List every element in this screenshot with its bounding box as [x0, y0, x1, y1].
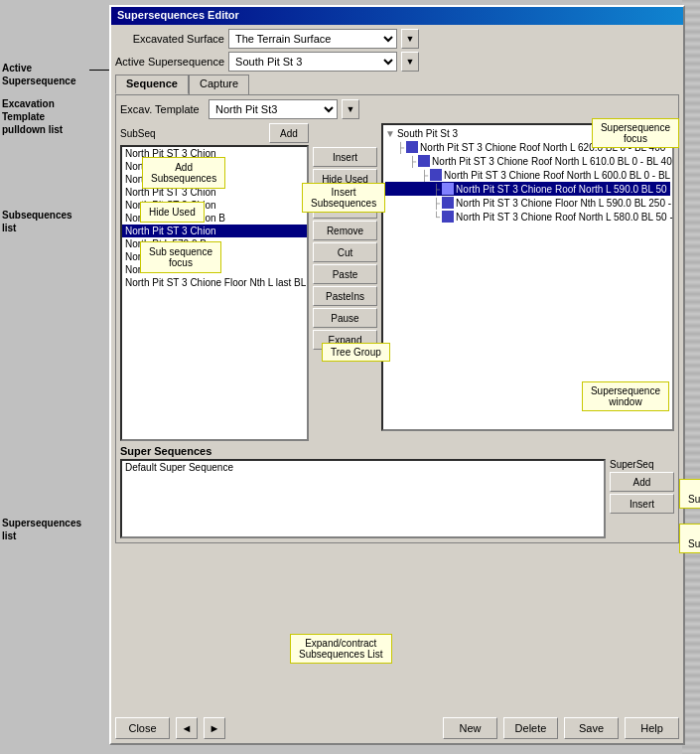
save-button[interactable]: Save [564, 717, 619, 739]
add-subsequences-popup: AddSubsequences [142, 157, 225, 189]
annotation-subsequences-list: Subsequenceslist [2, 209, 91, 234]
supersequence-window-callout: Supersequencewindow [582, 381, 669, 411]
tree-expand-icon: ▼ [385, 128, 395, 139]
button-column: Insert Hide Used Tree Remove Cut Paste P… [313, 123, 377, 441]
add-subseq-button[interactable]: Add [269, 123, 309, 143]
tree-item-icon [442, 211, 454, 223]
annotation-excavation: ExcavationTemplatepulldown list [2, 97, 91, 136]
insert-subsequences-callout: InsertSubsequences [302, 183, 385, 213]
main-window: Supersequences Editor Excavated Surface … [109, 5, 685, 745]
cut-button[interactable]: Cut [313, 242, 377, 262]
tree-root-label: South Pit St 3 [397, 128, 458, 139]
tree-item-icon [418, 155, 430, 167]
main-panels: SubSeq Add North Pit ST 3 Chion North Pi… [120, 123, 674, 441]
excav-template-row: Excav. Template North Pit St3 ▼ [120, 99, 674, 119]
remove-button[interactable]: Remove [313, 221, 377, 240]
subsequence-focus-popup: Sub sequencefocus [140, 241, 221, 273]
insert-supersequences-callout: InsertSupersequences [679, 524, 700, 553]
excavated-surface-label: Excavated Surface [115, 33, 224, 45]
super-sequence-item[interactable]: Default Super Sequence [122, 461, 604, 474]
list-item-selected[interactable]: North Pit ST 3 Chion [122, 225, 307, 237]
pause-button[interactable]: Pause [313, 308, 377, 328]
active-supersequence-dropdown[interactable]: South Pit St 3 [228, 52, 397, 72]
hide-used-popup: Hide Used [140, 202, 205, 223]
super-list-container: Default Super Sequence [120, 459, 606, 538]
tree-item-icon [442, 183, 454, 195]
excavated-surface-dropdown[interactable]: The Terrain Surface [228, 29, 397, 49]
list-item[interactable]: North Pit ST 3 Chione Floor Nth L last B… [122, 276, 307, 289]
tree-item-selected[interactable]: ├ North Pit ST 3 Chione Roof North L 590… [385, 182, 670, 196]
insert-super-seq-button[interactable]: Insert [610, 494, 674, 514]
help-button[interactable]: Help [625, 717, 679, 739]
annotation-active-supersequence: Active Supersequence [2, 62, 91, 87]
new-button[interactable]: New [443, 717, 497, 739]
bottom-buttons-row: Close ◄ ► New Delete Save Help [115, 717, 679, 739]
super-buttons-column: SuperSeq Add Insert AddSupersequences In… [610, 459, 674, 538]
super-sequences-label: Super Sequences [120, 445, 674, 457]
subsequences-list[interactable]: North Pit ST 3 Chion North Pit ST 3 Chio… [120, 145, 309, 441]
super-sequences-panels: Default Super Sequence SuperSeq Add Inse… [120, 459, 674, 538]
window-title: Supersequences Editor [117, 9, 239, 21]
supersequence-focus-callout: Supersequencefocus [592, 118, 679, 148]
tree-item[interactable]: ├ North Pit ST 3 Chione Roof North L 610… [385, 154, 670, 168]
tab-sequence[interactable]: Sequence [115, 75, 189, 94]
super-seq-header-row: SuperSeq [610, 459, 674, 470]
active-supersequence-label: Active Supersequence [115, 56, 224, 68]
add-super-seq-button[interactable]: Add [610, 472, 674, 492]
subseq-column-header: SubSeq [120, 128, 267, 139]
delete-button[interactable]: Delete [503, 717, 558, 739]
active-supersequence-row: Active Supersequence South Pit St 3 ▼ [115, 52, 679, 72]
tree-item[interactable]: └ North Pit ST 3 Chione Roof North L 580… [385, 210, 670, 224]
annotation-supersequences-list: Supersequenceslist [2, 517, 91, 542]
tabs-container: Sequence Capture [115, 75, 679, 94]
close-button[interactable]: Close [115, 717, 170, 739]
excavated-surface-dropdown-btn[interactable]: ▼ [401, 29, 419, 49]
tab-content: Excav. Template North Pit St3 ▼ SubSeq A… [115, 94, 679, 543]
tree-item[interactable]: ├ North Pit ST 3 Chione Roof North L 600… [385, 168, 670, 182]
paste-button[interactable]: Paste [313, 264, 377, 284]
active-supersequence-dropdown-btn[interactable]: ▼ [401, 52, 419, 72]
tree-item[interactable]: ├ North Pit ST 3 Chione Floor Nth L 590.… [385, 196, 670, 210]
tree-group-callout: Tree Group [322, 343, 390, 362]
left-panel: SubSeq Add North Pit ST 3 Chion North Pi… [120, 123, 309, 441]
super-seq-label: SuperSeq [610, 459, 653, 470]
nav-back-button[interactable]: ◄ [176, 717, 198, 739]
expand-contract-callout: Expand/contractSubsequences List [290, 634, 392, 664]
nav-forward-button[interactable]: ► [204, 717, 225, 739]
super-sequences-area: Super Sequences Default Super Sequence S… [120, 445, 674, 538]
subseq-header: SubSeq Add [120, 123, 309, 143]
super-sequences-list[interactable]: Default Super Sequence [120, 459, 606, 538]
excav-template-dropdown[interactable]: North Pit St3 [209, 99, 338, 119]
excav-template-label: Excav. Template [120, 103, 205, 115]
tab-capture[interactable]: Capture [189, 75, 249, 94]
tree-item-icon [442, 197, 454, 209]
add-supersequences-callout: AddSupersequences [679, 479, 700, 509]
right-panel: ▼ South Pit St 3 ├ North Pit ST 3 Chione… [381, 123, 674, 441]
tree-item-icon [430, 169, 442, 181]
tree-item-icon [406, 141, 418, 153]
excav-template-dropdown-btn[interactable]: ▼ [342, 99, 359, 119]
insert-button[interactable]: Insert [313, 147, 377, 167]
pasteins-button[interactable]: PasteIns [313, 286, 377, 306]
title-bar: Supersequences Editor [111, 7, 683, 25]
excavated-surface-row: Excavated Surface The Terrain Surface ▼ [115, 29, 679, 49]
